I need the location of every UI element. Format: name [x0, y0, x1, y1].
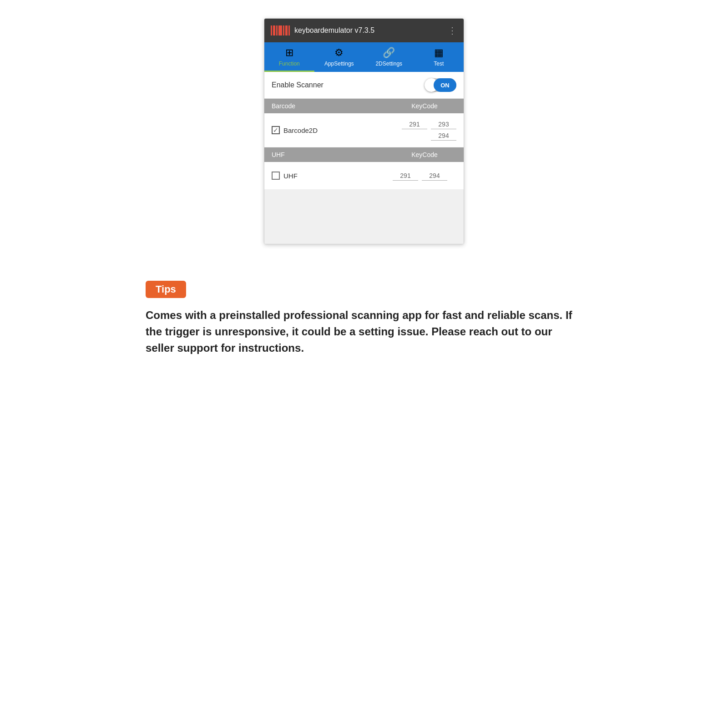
uhf-keycode1[interactable] [393, 171, 418, 181]
tab-appsettings[interactable]: ⚙ AppSettings [314, 42, 364, 72]
barcode2d-label: Barcode2D [283, 126, 318, 134]
barcode2d-keycode-row2 [431, 131, 456, 141]
test-icon: ▦ [434, 47, 444, 59]
barcode2d-keycode-row1 [402, 120, 456, 129]
nav-tabs: ⊞ Function ⚙ AppSettings 🔗 2DSettings ▦ … [264, 42, 464, 72]
barcode2d-keycode3[interactable] [431, 131, 456, 141]
barcode2d-row: ✓ Barcode2D [264, 113, 464, 147]
content-area: Enable Scanner ON Barcode KeyCode ✓ [264, 72, 464, 244]
tab-appsettings-label: AppSettings [324, 61, 354, 67]
page-wrapper: keyboardemulator v7.3.5 ⋮ ⊞ Function ⚙ A… [0, 0, 728, 356]
title-bar-left: keyboardemulator v7.3.5 [271, 25, 374, 35]
tips-section: Tips Comes with a preinstalled professio… [136, 281, 592, 356]
uhf-header-label: UHF [272, 151, 393, 158]
uhf-keycode-header-label: KeyCode [393, 151, 456, 158]
barcode-icon [271, 25, 290, 35]
more-menu-icon[interactable]: ⋮ [448, 25, 457, 36]
tab-2dsettings[interactable]: 🔗 2DSettings [364, 42, 414, 72]
uhf-section-header: UHF KeyCode [264, 147, 464, 162]
barcode-header-label: Barcode [272, 102, 393, 110]
enable-scanner-label: Enable Scanner [272, 81, 324, 89]
title-bar: keyboardemulator v7.3.5 ⋮ [264, 19, 464, 42]
tab-test[interactable]: ▦ Test [414, 42, 464, 72]
toggle-on-label: ON [434, 78, 456, 92]
barcode2d-row-left: ✓ Barcode2D [272, 126, 393, 134]
uhf-label: UHF [283, 172, 298, 180]
enable-scanner-toggle[interactable]: ON [425, 78, 456, 92]
function-icon: ⊞ [285, 47, 293, 59]
tab-test-label: Test [434, 61, 444, 67]
uhf-checkbox[interactable] [272, 172, 280, 180]
toggle-track[interactable]: ON [425, 78, 456, 92]
enable-scanner-row: Enable Scanner ON [264, 72, 464, 99]
barcode2d-checkbox[interactable]: ✓ [272, 126, 280, 134]
checkmark-icon: ✓ [273, 127, 278, 133]
barcode2d-keycode1[interactable] [402, 120, 427, 129]
barcode-section-header: Barcode KeyCode [264, 99, 464, 113]
2dsettings-icon: 🔗 [383, 47, 395, 59]
tips-badge: Tips [146, 281, 186, 298]
tab-function-label: Function [279, 61, 300, 67]
barcode2d-keycode2[interactable] [431, 120, 456, 129]
barcode2d-keycode-inputs [393, 120, 456, 141]
uhf-keycode2[interactable] [422, 171, 447, 181]
empty-space [264, 189, 464, 244]
app-container: keyboardemulator v7.3.5 ⋮ ⊞ Function ⚙ A… [264, 18, 464, 244]
uhf-row: UHF [264, 162, 464, 189]
tab-function[interactable]: ⊞ Function [264, 42, 314, 72]
appsettings-icon: ⚙ [334, 47, 344, 59]
app-title: keyboardemulator v7.3.5 [294, 26, 374, 35]
uhf-keycode-inputs [393, 171, 456, 181]
uhf-row-left: UHF [272, 172, 393, 180]
tab-2dsettings-label: 2DSettings [375, 61, 402, 67]
barcode-keycode-header-label: KeyCode [393, 102, 456, 110]
tips-text: Comes with a preinstalled professional s… [146, 307, 582, 356]
